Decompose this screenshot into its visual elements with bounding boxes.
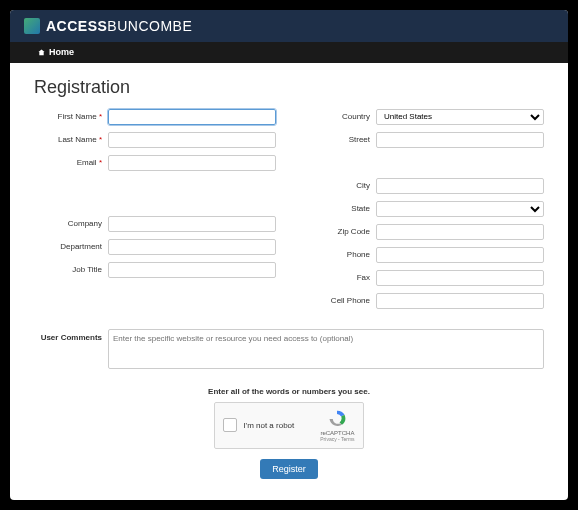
phone-input[interactable] <box>376 247 544 263</box>
comments-row: User Comments <box>34 329 544 369</box>
recaptcha-label: I'm not a robot <box>243 421 294 430</box>
company-input[interactable] <box>108 216 276 232</box>
street-label: Street <box>302 135 376 144</box>
nav-home-label: Home <box>49 47 74 57</box>
job-title-input[interactable] <box>108 262 276 278</box>
captcha-instruction: Enter all of the words or numbers you se… <box>34 387 544 396</box>
job-title-label: Job Title <box>34 265 108 274</box>
nav-bar: Home <box>10 42 568 63</box>
email-label: Email * <box>34 158 108 167</box>
right-column: Country United States Street City State <box>302 108 544 315</box>
fax-label: Fax <box>302 273 376 282</box>
fax-input[interactable] <box>376 270 544 286</box>
nav-home-link[interactable]: Home <box>38 47 74 57</box>
cell-phone-input[interactable] <box>376 293 544 309</box>
comments-label: User Comments <box>34 329 108 369</box>
recaptcha-widget: I'm not a robot reCAPTCHA Privacy - Term… <box>214 402 363 449</box>
brand-logo-icon <box>24 18 40 34</box>
header-bar: ACCESSBUNCOMBE <box>10 10 568 42</box>
state-label: State <box>302 204 376 213</box>
company-label: Company <box>34 219 108 228</box>
city-label: City <box>302 181 376 190</box>
home-icon <box>38 49 45 56</box>
email-input[interactable] <box>108 155 276 171</box>
cell-phone-label: Cell Phone <box>302 296 376 305</box>
street-input[interactable] <box>376 132 544 148</box>
department-label: Department <box>34 242 108 251</box>
department-input[interactable] <box>108 239 276 255</box>
brand-text-bold: ACCESS <box>46 18 107 34</box>
recaptcha-brand: reCAPTCHA <box>320 430 354 436</box>
register-button[interactable]: Register <box>260 459 318 479</box>
left-column: First Name * Last Name * Email * Company <box>34 108 276 315</box>
zip-label: Zip Code <box>302 227 376 236</box>
recaptcha-logo-icon <box>327 409 347 429</box>
zip-input[interactable] <box>376 224 544 240</box>
state-select[interactable] <box>376 201 544 217</box>
content-area: Registration First Name * Last Name * Em… <box>10 63 568 497</box>
comments-textarea[interactable] <box>108 329 544 369</box>
country-label: Country <box>302 112 376 121</box>
recaptcha-terms: Privacy - Terms <box>320 436 354 442</box>
country-select[interactable]: United States <box>376 109 544 125</box>
brand-text-light: BUNCOMBE <box>107 18 192 34</box>
recaptcha-checkbox[interactable] <box>223 418 237 432</box>
page-title: Registration <box>34 77 544 98</box>
captcha-section: Enter all of the words or numbers you se… <box>34 387 544 479</box>
first-name-input[interactable] <box>108 109 276 125</box>
app-window: ACCESSBUNCOMBE Home Registration First N… <box>10 10 568 500</box>
last-name-label: Last Name * <box>34 135 108 144</box>
last-name-input[interactable] <box>108 132 276 148</box>
first-name-label: First Name * <box>34 112 108 121</box>
registration-form: First Name * Last Name * Email * Company <box>34 108 544 315</box>
phone-label: Phone <box>302 250 376 259</box>
city-input[interactable] <box>376 178 544 194</box>
